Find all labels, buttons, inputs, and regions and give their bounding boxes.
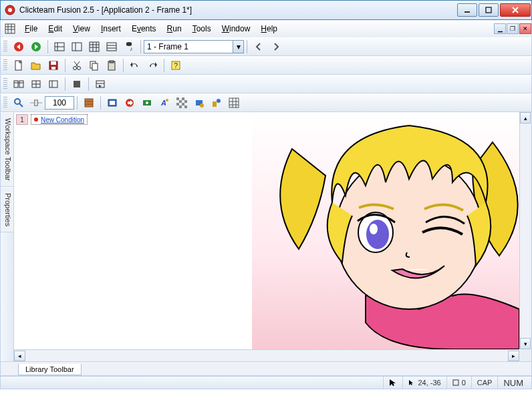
- svg-rect-23: [107, 43, 116, 51]
- zoom-tool-button[interactable]: [11, 95, 27, 110]
- menu-run[interactable]: Run: [162, 23, 187, 35]
- svg-rect-49: [74, 81, 80, 87]
- svg-rect-18: [90, 42, 99, 51]
- toolbar-navigation: ♪ 1 - Frame 1 ▾: [0, 37, 532, 56]
- status-message: [3, 377, 383, 389]
- toolbar-grip[interactable]: [3, 97, 7, 109]
- event-editor-button[interactable]: [86, 39, 102, 54]
- vertical-scrollbar[interactable]: ▴ ▾: [519, 112, 531, 349]
- undo-button[interactable]: [127, 58, 143, 73]
- scroll-down-button[interactable]: ▾: [520, 338, 531, 349]
- svg-rect-56: [85, 99, 93, 107]
- chevron-down-icon: ▾: [233, 41, 243, 53]
- svg-rect-83: [453, 380, 458, 385]
- toolbar-event-editor: A: [0, 93, 532, 112]
- event-list-editor-button[interactable]: [104, 39, 120, 54]
- scroll-left-button[interactable]: ◂: [14, 351, 25, 361]
- save-button[interactable]: [45, 58, 61, 73]
- help-contents-button[interactable]: ?: [168, 58, 184, 73]
- svg-point-72: [217, 99, 221, 103]
- svg-rect-55: [34, 100, 37, 106]
- bottom-dock: Library Toolbar: [0, 361, 532, 376]
- frame-editor-icon[interactable]: [3, 22, 17, 35]
- svg-rect-29: [51, 61, 56, 65]
- menu-edit[interactable]: Edit: [43, 23, 68, 35]
- mdi-minimize-button[interactable]: ▁: [494, 23, 506, 34]
- close-button[interactable]: [500, 3, 531, 17]
- frame-editor-button[interactable]: [69, 39, 85, 54]
- back-button[interactable]: [11, 39, 27, 54]
- zoom-input[interactable]: [45, 96, 74, 110]
- main-area: Workspace Toolbar Properties: [0, 112, 532, 361]
- vscroll-track[interactable]: [520, 124, 531, 338]
- mdi-restore-button[interactable]: ❐: [507, 23, 519, 34]
- properties-tab[interactable]: Properties: [1, 187, 13, 232]
- menu-help[interactable]: Help: [255, 23, 283, 35]
- workspace-toolbar-tab[interactable]: Workspace Toolbar: [1, 112, 13, 187]
- svg-rect-6: [5, 24, 15, 33]
- run-frame-button[interactable]: [45, 77, 61, 91]
- event-editor-canvas[interactable]: 1 New Condition ▴ ▾ ◂ ▸: [14, 112, 531, 361]
- svg-point-81: [366, 220, 389, 249]
- menu-tools[interactable]: Tools: [187, 23, 217, 35]
- menu-insert[interactable]: Insert: [96, 23, 126, 35]
- status-tool-cell: [383, 377, 402, 389]
- hscroll-track[interactable]: [25, 351, 508, 361]
- toolbar-grip[interactable]: [3, 78, 7, 90]
- svg-point-63: [146, 101, 148, 104]
- system-object-button[interactable]: [104, 95, 120, 110]
- sound-object-button[interactable]: [122, 95, 138, 110]
- svg-point-1: [8, 8, 12, 12]
- library-toolbar-tab[interactable]: Library Toolbar: [18, 364, 82, 375]
- run-project-button[interactable]: [11, 77, 27, 91]
- prev-frame-button[interactable]: [251, 39, 267, 54]
- svg-rect-66: [176, 97, 187, 108]
- timer-object-button[interactable]: [174, 95, 190, 110]
- scroll-right-button[interactable]: ▸: [508, 351, 519, 361]
- stop-button[interactable]: [69, 77, 85, 91]
- open-button[interactable]: [28, 58, 44, 73]
- forward-button[interactable]: [28, 39, 44, 54]
- storyboard-object-button[interactable]: [139, 95, 155, 110]
- cut-button[interactable]: [69, 58, 85, 73]
- menu-file[interactable]: File: [19, 23, 43, 35]
- redo-button[interactable]: [144, 58, 160, 73]
- mouse-object-button[interactable]: [191, 95, 207, 110]
- toolbar-grip[interactable]: [3, 41, 7, 53]
- menu-view[interactable]: View: [68, 23, 96, 35]
- new-condition-cell[interactable]: New Condition: [31, 114, 88, 125]
- run-application-button[interactable]: [28, 77, 44, 91]
- storyboard-editor-button[interactable]: [51, 39, 68, 54]
- filter-button[interactable]: [81, 95, 97, 110]
- scroll-up-button[interactable]: ▴: [520, 112, 531, 124]
- svg-rect-41: [14, 81, 18, 87]
- condition-bullet-icon: [34, 118, 38, 122]
- next-frame-button[interactable]: [268, 39, 284, 54]
- event-row-number[interactable]: 1: [16, 114, 28, 125]
- event-row: 1 New Condition: [16, 114, 88, 125]
- grid-object-button[interactable]: [226, 95, 242, 110]
- new-button[interactable]: [11, 58, 27, 73]
- create-object-button[interactable]: A: [156, 95, 172, 110]
- svg-rect-60: [110, 101, 115, 105]
- new-condition-link[interactable]: New Condition: [41, 116, 84, 124]
- mdi-close-button[interactable]: ✕: [519, 23, 531, 34]
- background-illustration: [252, 112, 519, 349]
- copy-button[interactable]: [86, 58, 102, 73]
- menu-events[interactable]: Events: [126, 23, 162, 35]
- player-object-button[interactable]: [209, 95, 225, 110]
- menubar: File Edit View Insert Events Run Tools W…: [0, 20, 532, 37]
- scroll-corner: [519, 349, 531, 361]
- maximize-button[interactable]: [479, 3, 499, 17]
- horizontal-scrollbar[interactable]: ◂ ▸: [14, 349, 519, 361]
- paste-button[interactable]: [104, 58, 120, 73]
- zoom-slider[interactable]: [28, 95, 44, 110]
- svg-text:?: ?: [174, 61, 178, 69]
- svg-line-53: [19, 104, 23, 107]
- build-and-run-button[interactable]: [92, 77, 108, 91]
- data-elements-button[interactable]: ♪: [121, 39, 137, 54]
- toolbar-grip[interactable]: [3, 59, 7, 71]
- minimize-button[interactable]: [457, 3, 477, 17]
- menu-window[interactable]: Window: [217, 23, 256, 35]
- frame-selector-combo[interactable]: 1 - Frame 1 ▾: [144, 40, 244, 53]
